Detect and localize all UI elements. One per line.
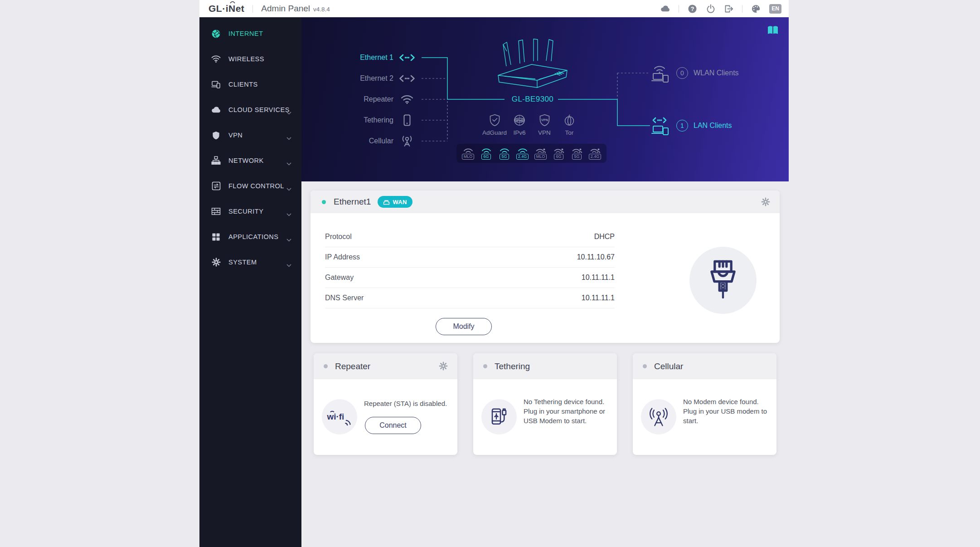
chevron-down-icon [286,134,291,142]
wifi-band-indicators: MLO 6G 5G 2.4G MLO [456,144,606,163]
port-label: Repeater [364,95,393,103]
port-row-tethering[interactable]: Tethering [301,110,416,131]
logo-hat-icon [230,0,235,4]
row-value: 10.11.10.67 [577,253,615,261]
docs-book-icon[interactable] [767,25,779,37]
row-label: IP Address [325,253,360,261]
gear-icon[interactable] [761,197,770,208]
lan-clients-label: LAN Clients [694,122,732,130]
port-row-repeater[interactable]: Repeater [301,89,416,110]
row-label: DNS Server [325,294,364,302]
table-row: Protocol DHCP [325,227,615,247]
gear-icon[interactable] [439,361,448,372]
connect-button[interactable]: Connect [365,417,421,434]
ethernet-icon [398,75,416,82]
card-title: Cellular [654,361,683,371]
help-icon[interactable]: ? [688,4,697,14]
topbar-divider [679,5,679,13]
band-6g: 6G [478,147,495,160]
svg-text:IPv6: IPv6 [516,119,523,122]
wifi-arcs-icon [518,147,528,153]
sidebar-item-wireless[interactable]: WIRELESS [199,46,301,72]
wifi-arcs-icon [463,147,473,153]
sidebar-item-label: APPLICATIONS [228,233,278,240]
port-row-ethernet2[interactable]: Ethernet 2 [301,68,416,89]
feature-tor: Tor [559,114,579,136]
table-row: IP Address 10.11.10.67 [325,247,615,268]
feature-ipv6: IPv6 IPv6 [509,114,529,136]
svg-text:?: ? [691,5,694,12]
sidebar-item-applications[interactable]: APPLICATIONS [199,224,301,249]
sidebar-item-network[interactable]: NETWORK [199,148,301,173]
modify-button[interactable]: Modify [436,318,492,335]
card-title: Ethernet1 [334,197,371,207]
wifi-guest-icon [590,147,600,153]
repeater-card-header: Repeater [314,353,457,379]
sidebar-item-cloud-services[interactable]: CLOUD SERVICES [199,97,301,122]
band-label: 5G [572,154,581,160]
network-overview-banner: Ethernet 1 Ethernet 2 Repeater Tethering… [301,17,789,181]
chevron-down-icon [286,159,291,167]
cellular-status-message: No Modem device found. Plug in your USB … [683,397,772,425]
tethering-card: Tethering No Tethering device found. Plu… [473,353,617,455]
chevron-down-icon [286,185,291,193]
cloud-icon [211,105,221,115]
reboot-icon[interactable] [706,4,715,14]
tor-onion-icon [563,114,576,127]
version-label: v4.8.4 [313,6,330,13]
row-label: Protocol [325,233,352,241]
tethering-usb-phone-icon [488,406,510,428]
topbar-actions: ? EN [660,4,781,14]
wlan-clients-row[interactable]: 0 WLAN Clients [650,63,739,83]
sidebar-item-vpn[interactable]: VPN [199,122,301,148]
wifi-icon [398,94,416,104]
sidebar-item-label: SECURITY [228,208,263,215]
port-row-ethernet1[interactable]: Ethernet 1 [301,47,416,68]
cellular-card: Cellular No Modem device found. Plug in … [633,353,776,455]
port-label: Ethernet 2 [360,74,393,83]
shield-icon [211,131,221,140]
cloud-icon[interactable] [660,4,670,14]
sidebar-item-system[interactable]: SYSTEM [199,249,301,275]
ipv6-globe-icon: IPv6 [513,114,526,127]
sidebar-item-security[interactable]: SECURITY [199,199,301,224]
sidebar-item-label: FLOW CONTROL [228,182,284,190]
band-label: MLO [534,154,547,160]
row-value: 10.11.11.1 [582,294,615,302]
wifi-logo-icon: wi·fi [326,407,353,427]
ethernet-icon [398,54,416,61]
repeater-card: Repeater wi·fi Repeater (STA) is disable… [314,353,457,455]
sidebar-item-flow-control[interactable]: FLOW CONTROL [199,173,301,199]
band-mlo: MLO [460,147,476,160]
vpn-shield-icon: VPN [539,114,551,127]
feature-label: Tor [565,129,574,136]
topbar: GL·iNet Admin Panel v4.8.4 ? EN [199,0,789,17]
band-guest-6g: 6G [550,147,567,160]
lan-clients-row[interactable]: 1 LAN Clients [650,116,732,136]
adguard-shield-icon [489,114,501,127]
port-label: Ethernet 1 [360,54,393,62]
sidebar: INTERNET WIRELESS CLIENTS CLOUD SERVICES… [199,17,301,547]
band-label: 2.4G [589,154,602,160]
sidebar-item-clients[interactable]: CLIENTS [199,72,301,97]
wlan-clients-label: WLAN Clients [694,69,739,77]
sidebar-item-label: WIRELESS [228,55,264,63]
wlan-clients-icon [650,63,671,83]
logout-icon[interactable] [724,4,733,14]
table-row: DNS Server 10.11.11.1 [325,288,615,308]
app-container: GL·iNet Admin Panel v4.8.4 ? EN [199,0,789,547]
wifi-logo-circle: wi·fi [322,399,357,435]
glinet-logo: GL·iNet [209,3,244,14]
port-row-cellular[interactable]: Cellular [301,131,416,151]
ethernet-plug-illustration [689,247,757,314]
logo-text: GL·iNet [209,3,244,14]
band-guest-mlo: MLO [532,147,549,160]
ethernet-plug-icon [705,257,741,304]
theme-palette-icon[interactable] [751,4,761,14]
sidebar-item-internet[interactable]: INTERNET [199,21,301,46]
device-name: GL-BE9300 [494,95,572,104]
wifi-arcs-icon [500,147,509,153]
band-label: 6G [554,154,563,160]
card-title: Repeater [335,361,370,371]
language-selector[interactable]: EN [769,4,781,14]
